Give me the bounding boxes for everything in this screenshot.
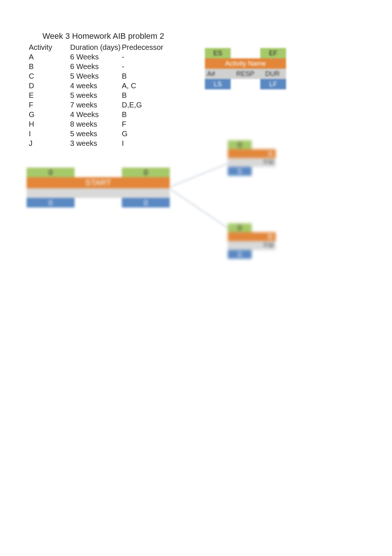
start-es: 0 (27, 168, 75, 177)
table-header: Activity Duration (days) Predecessor (29, 42, 173, 52)
legend-resp: RESP (232, 69, 259, 79)
activity-node-a: 0 A P.M 5 (228, 140, 276, 176)
legend-ef: EF (260, 48, 286, 58)
b-es: 0 (228, 223, 252, 232)
start-ef: 0 (122, 168, 170, 177)
table-row: A6 Weeks- (29, 52, 173, 62)
legend-ls: LS (205, 79, 231, 89)
start-lf: 0 (122, 198, 170, 207)
start-label: START (27, 177, 170, 188)
header-activity: Activity (29, 43, 70, 52)
legend-box: ES EF Activity Name A# RESP DUR LS LF (205, 48, 286, 89)
b-ls: 0 (228, 250, 252, 259)
a-name: A (228, 149, 276, 158)
table-row: B6 Weeks- (29, 62, 173, 71)
a-ls: 5 (228, 167, 252, 176)
activity-table: Activity Duration (days) Predecessor A6 … (29, 42, 173, 148)
legend-lf: LF (260, 79, 286, 89)
b-name: B (228, 232, 276, 241)
table-row: J3 weeksI (29, 138, 173, 148)
legend-dur: DUR (259, 69, 286, 79)
legend-activity-name: Activity Name (205, 58, 286, 69)
b-resp: P.M (252, 241, 276, 250)
table-row: C5 WeeksB (29, 71, 173, 81)
connector (169, 188, 234, 233)
start-node: 0 0 START 0 0 (27, 168, 170, 207)
table-row: D4 weeksA, C (29, 81, 173, 90)
page-title: Week 3 Homework AIB problem 2 (42, 31, 164, 41)
legend-anum: A# (205, 69, 232, 79)
header-predecessor: Predecessor (122, 43, 173, 52)
legend-es: ES (205, 48, 231, 58)
table-row: H8 weeksF (29, 119, 173, 129)
header-duration: Duration (days) (70, 43, 122, 52)
a-es: 0 (228, 140, 252, 149)
activity-node-b: 0 B P.M 0 (228, 223, 276, 259)
start-ls: 0 (27, 198, 75, 207)
table-row: E5 weeksB (29, 90, 173, 100)
table-row: F7 weeksD,E,G (29, 100, 173, 110)
a-resp: P.M (252, 158, 276, 167)
connector (169, 160, 235, 188)
table-row: G4 WeeksB (29, 110, 173, 119)
table-row: I5 weeksG (29, 129, 173, 138)
